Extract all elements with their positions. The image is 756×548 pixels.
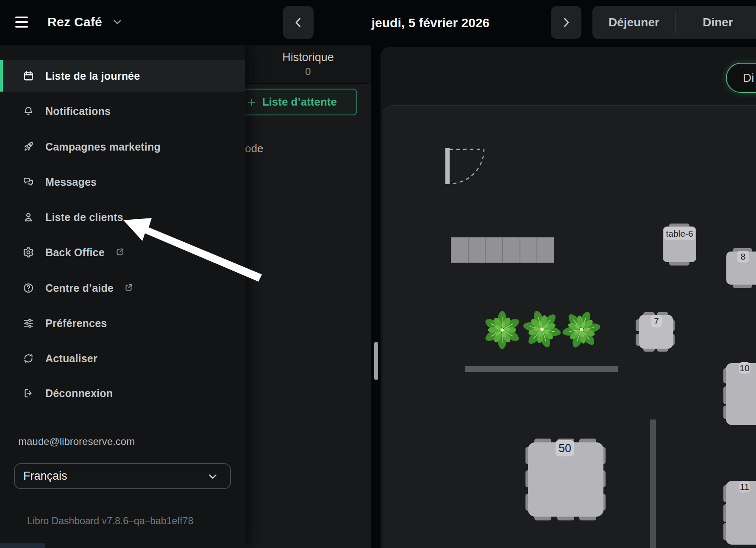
sidebar-item-actualiser[interactable]: Actualiser xyxy=(0,343,245,374)
sidebar-item-label: Campagnes marketing xyxy=(45,141,161,153)
panel-gutter xyxy=(371,45,381,548)
table-50[interactable]: 50 xyxy=(528,442,603,517)
banquette-seat xyxy=(451,237,554,263)
floorplan-service-pill[interactable]: Di xyxy=(726,63,756,93)
table-label: 8 xyxy=(737,251,749,263)
sidebar-item-label: Liste de clients xyxy=(45,211,123,224)
hamburger-menu-icon[interactable] xyxy=(15,17,28,28)
previous-day-button[interactable] xyxy=(283,6,314,39)
chevron-down-icon xyxy=(206,470,219,483)
top-bar: Rez Café jeudi, 5 février 2026 Déjeuner … xyxy=(0,0,756,45)
sidebar-item-notifications[interactable]: Notifications xyxy=(0,95,245,127)
table-6[interactable]: table-6 xyxy=(663,226,696,262)
person-icon xyxy=(22,211,34,223)
chevron-left-icon xyxy=(291,15,306,30)
table-label: table-6 xyxy=(664,227,695,240)
language-select[interactable]: Français xyxy=(14,463,231,489)
wall-bar xyxy=(465,366,618,372)
table-11[interactable]: 11 xyxy=(726,481,756,545)
historique-tab-count: 0 xyxy=(305,66,311,78)
external-link-icon xyxy=(124,282,134,293)
language-value: Français xyxy=(23,470,67,483)
sidebar-item-label: Back Office xyxy=(45,246,125,259)
sidebar-item-label: Centre d’aide xyxy=(45,282,134,294)
bell-icon xyxy=(22,105,34,117)
scrollbar-thumb[interactable] xyxy=(374,342,378,380)
plus-icon: + xyxy=(247,95,256,109)
sidebar-item-campagnes-marketing[interactable]: Campagnes marketing xyxy=(0,131,245,162)
add-waitlist-button[interactable]: + Liste d’attente xyxy=(245,89,357,115)
chevron-down-icon xyxy=(111,16,123,28)
tab-historique[interactable]: Historique 0 xyxy=(245,45,371,84)
plant-icon xyxy=(557,305,606,354)
calendar-icon xyxy=(22,70,34,82)
waitlist-panel: Historique 0 + Liste d’attente ode xyxy=(245,45,371,548)
table-10[interactable]: 10 xyxy=(726,363,756,425)
sidebar-item-text: Centre d’aide xyxy=(45,282,114,294)
chevron-right-icon xyxy=(559,15,573,30)
sidebar-item-label: Déconnexion xyxy=(45,387,113,400)
chat-icon xyxy=(22,176,34,188)
floorplan-panel: Di table-6 8 xyxy=(381,47,756,548)
table-label: 7 xyxy=(651,315,662,327)
bottom-left-strip xyxy=(0,543,45,548)
next-day-button[interactable] xyxy=(551,6,581,39)
add-waitlist-label: Liste d’attente xyxy=(262,95,337,109)
current-date-label: jeudi, 5 février 2026 xyxy=(347,0,514,45)
sidebar-item-back-office[interactable]: Back Office xyxy=(0,237,245,268)
clipped-code-label: ode xyxy=(245,142,263,155)
help-icon xyxy=(22,282,34,294)
user-email: maude@libroreserve.com xyxy=(18,436,135,447)
sidebar-item-preferences[interactable]: Préférences xyxy=(0,308,245,339)
app-version-label: Libro Dashboard v7.8.6–qa–bab1eff78 xyxy=(27,515,193,527)
table-label: 10 xyxy=(739,362,750,374)
sidebar-item-label: Messages xyxy=(45,176,97,188)
sidebar-item-centre-d-aide[interactable]: Centre d’aide xyxy=(0,272,245,304)
active-indicator xyxy=(0,60,3,92)
sliders-icon xyxy=(22,317,34,329)
service-tab-diner[interactable]: Diner xyxy=(676,6,756,39)
sidebar-item-label: Actualiser xyxy=(45,352,97,365)
door-swing-icon xyxy=(442,145,489,189)
table-8[interactable]: 8 xyxy=(726,252,756,285)
sidebar-item-messages[interactable]: Messages xyxy=(0,166,245,198)
sidebar-item-label: Notifications xyxy=(45,105,111,117)
navigation-drawer: Liste de la journée Notifications Campag… xyxy=(0,45,245,548)
sidebar-item-liste-de-la-journee[interactable]: Liste de la journée xyxy=(0,60,245,92)
historique-tab-label: Historique xyxy=(282,51,334,64)
external-link-icon xyxy=(115,247,125,257)
service-tab-dejeuner[interactable]: Déjeuner xyxy=(592,6,675,39)
refresh-icon xyxy=(22,352,34,364)
gear-icon xyxy=(22,246,34,258)
logout-icon xyxy=(22,387,34,399)
sidebar-item-deconnexion[interactable]: Déconnexion xyxy=(0,377,245,409)
sidebar-item-label: Liste de la journée xyxy=(45,70,140,82)
sidebar-item-text: Back Office xyxy=(45,246,105,258)
rocket-icon xyxy=(22,141,34,153)
wall-bar xyxy=(650,419,656,548)
service-pill-label: Di xyxy=(743,71,754,85)
table-label: 11 xyxy=(739,481,750,492)
restaurant-name: Rez Café xyxy=(47,15,102,29)
floorplan-room: table-6 8 7 10 xyxy=(383,105,756,548)
service-segmented-control: Déjeuner Diner xyxy=(592,6,756,39)
restaurant-selector[interactable]: Rez Café xyxy=(47,12,123,32)
table-label: 50 xyxy=(556,440,574,456)
sidebar-item-label: Préférences xyxy=(45,317,107,330)
sidebar-item-liste-de-clients[interactable]: Liste de clients xyxy=(0,201,245,233)
table-7[interactable]: 7 xyxy=(639,315,673,349)
